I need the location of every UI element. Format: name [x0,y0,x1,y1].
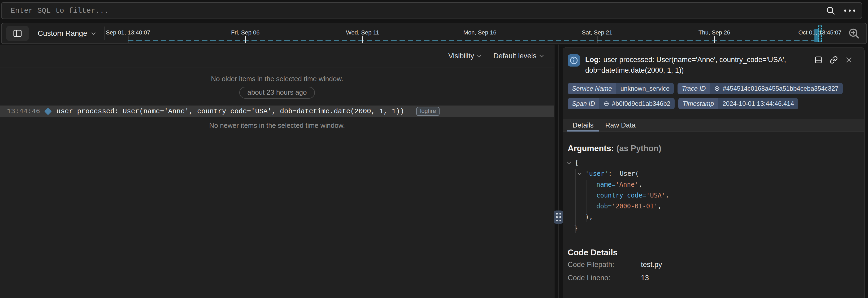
timeline-bar: Custom Range Oct 01, 13:45:07 Sep 01, 13… [1,23,867,44]
code-token: '2000-01-01' [612,201,658,212]
badge-value[interactable]: #b0f0d9ed1ab346b2 [599,98,675,109]
detail-panel: Log:user processed: User(name='Anne', co… [563,44,868,298]
timeline-end-label: Oct 01, 13:45:07 [798,29,841,36]
code-detail-row: Code Lineno:13 [568,272,860,284]
detail-title-kind: Log: [585,56,600,64]
timeline-tick-mark [245,36,246,43]
code-detail-value: 13 [641,272,649,284]
no-older-items-text: No older items in the selected time wind… [0,75,554,83]
code-token: , [639,179,642,190]
code-token: } [574,223,578,234]
metadata-badge: Service Nameunknown_service [568,83,674,94]
code-token: country_code= [596,190,646,201]
link-icon [603,101,609,107]
code-detail-value: test.py [641,259,662,271]
code-line: name='Anne', [568,179,860,190]
link-icon[interactable] [830,56,838,64]
log-row[interactable]: 13:44:46 user processed: User(name='Anne… [0,105,554,117]
time-range-label: Custom Range [38,29,87,38]
detail-title: Log:user processed: User(name='Anne', co… [585,54,814,75]
code-token: name= [596,179,616,190]
default-levels-dropdown[interactable]: Default levels [493,52,543,60]
code-line: dob='2000-01-01', [568,201,860,212]
code-detail-label: Code Filepath: [568,259,641,271]
badge-value[interactable]: #454514c0168a455a51bb4ceba354c327 [710,83,842,94]
timeline-tick-label: Fri, Sep 06 [231,29,260,36]
detail-tabs: DetailsRaw Data [563,119,864,132]
code-line: } [568,223,860,234]
log-row-tag[interactable]: logfire [416,107,440,116]
link-icon [714,86,720,92]
code-details-heading: Code Details [568,248,860,258]
code-detail-row: Code Filepath:test.py [568,259,860,271]
timeline-tick-mark [362,36,363,43]
code-line: country_code='USA', [568,190,860,201]
badge-label: Trace ID [678,83,710,94]
timeline-tick-label: Thu, Sep 26 [699,29,730,36]
code-token: 'Anne' [616,179,639,190]
metadata-badge: Timestamp2024-10-01 13:44:46.414 [678,98,798,109]
sidebar-toggle-icon[interactable] [6,26,29,41]
code-token: : User( [608,168,639,179]
chevron-down-icon [91,31,95,35]
code-token: 'user' [585,168,608,179]
search-icon[interactable] [826,6,836,15]
code-token: 'USA' [646,190,665,201]
default-levels-label: Default levels [493,52,536,60]
detail-actions [814,54,860,64]
splitter-grip-icon[interactable] [554,210,563,224]
log-row-message: user processed: User(name='Anne', countr… [57,107,404,115]
sql-filter-bar [1,2,862,19]
code-line: 'user': User( [568,168,860,179]
visibility-dropdown[interactable]: Visibility [448,52,481,60]
timeline-tick-label: Wed, Sep 11 [346,29,379,36]
zoom-in-icon[interactable] [848,27,860,39]
tree-collapse-icon[interactable] [578,171,582,175]
badge-value: unknown_service [616,83,674,94]
arguments-code-tree: {'user': User(name='Anne',country_code='… [568,158,860,234]
timeline-tick-mark [597,36,597,43]
tree-collapse-icon[interactable] [567,160,571,164]
time-range-selector[interactable]: Custom Range [38,29,95,38]
metadata-badges: Service Nameunknown_serviceTrace ID#4545… [568,83,845,109]
timeline-tick-mark [479,36,480,43]
code-detail-label: Code Lineno: [568,272,641,284]
timeline-tick-label: Sat, Sep 21 [582,29,612,36]
timeline-tick-label: Sep 01, 13:40:07 [106,29,150,36]
detail-title-text: user processed: User(name='Anne', countr… [585,56,786,74]
code-token: dob= [596,201,612,212]
log-row-time: 13:44:46 [7,107,40,115]
code-line: ), [568,212,860,223]
close-icon[interactable] [845,56,852,64]
timeline-tick-label: Mon, Sep 16 [463,29,496,36]
code-token: , [665,190,669,201]
badge-value: 2024-10-01 13:44:46.414 [718,98,798,109]
code-token: , [658,201,661,212]
badge-label: Timestamp [678,98,718,109]
log-list-panel: Visibility Default levels No older items… [0,44,554,298]
metadata-badge[interactable]: Trace ID#454514c0168a455a51bb4ceba354c32… [678,83,843,94]
metadata-badge[interactable]: Span ID#b0f0d9ed1ab346b2 [568,98,675,109]
detail-header: Log:user processed: User(name='Anne', co… [568,54,860,75]
code-details-rows: Code Filepath:test.pyCode Lineno:13 [568,259,860,284]
timeline-tick-mark [128,36,128,43]
time-ago-badge[interactable]: about 23 hours ago [239,87,315,99]
tab-raw-data[interactable]: Raw Data [599,119,641,131]
arguments-heading: Arguments:(as Python) [568,144,860,153]
arguments-note: (as Python) [617,144,661,153]
timeline-tick-mark [714,36,715,43]
visibility-label: Visibility [448,52,474,60]
panel-bottom-icon[interactable] [814,56,823,64]
sql-filter-input[interactable] [10,7,826,15]
code-token: { [575,158,578,168]
info-icon [568,54,580,67]
timeline-range-dashline [128,40,814,41]
tab-details[interactable]: Details [567,119,599,131]
panel-splitter[interactable] [554,44,563,298]
ellipsis-menu-icon[interactable] [842,8,857,13]
log-list-body: No older items in the selected time wind… [0,68,554,298]
badge-label: Span ID [568,98,599,109]
arguments-label: Arguments: [568,144,614,153]
timeline-strip[interactable]: Oct 01, 13:45:07 Sep 01, 13:40:07Fri, Se… [105,23,845,43]
chevron-down-icon [539,53,544,58]
